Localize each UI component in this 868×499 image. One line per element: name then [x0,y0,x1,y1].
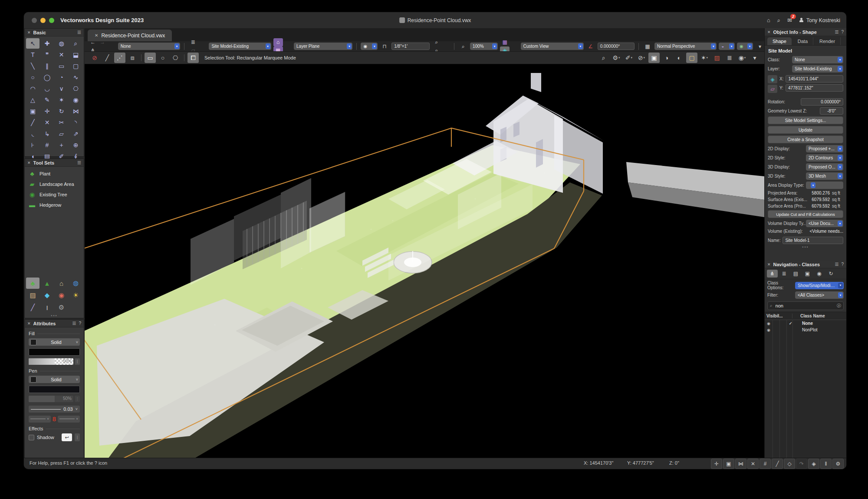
landmark-tools-icon[interactable]: ♣ [26,278,39,289]
snap-loupe-icon[interactable]: ◈ [808,459,819,469]
rotation-angle-field[interactable]: 0.000000° [598,43,635,50]
mail-icon[interactable]: ✉2 [787,17,792,23]
close-palette-icon[interactable]: ✕ [767,30,771,34]
line-start-marker-dropdown[interactable]: ˅ [29,416,51,423]
projection-dropdown[interactable]: Normal Perspective ▾ [654,43,717,50]
palette-resize-handle[interactable]: ••• [25,314,84,318]
rotate-tool-icon[interactable]: ↻ [55,106,68,116]
regular-polygon-tool-icon[interactable]: ⎔ [69,83,82,94]
fit-to-window-icon[interactable]: ▣ [723,459,734,469]
palette-menu-icon[interactable]: ☰ [77,30,81,35]
knife-tool-icon[interactable]: ╱ [26,117,39,128]
filter-dropdown[interactable]: <All Classes> ▾ [795,291,844,299]
layer-scale-field[interactable]: 1/8"=1' [391,43,429,50]
snap-to-edge-icon[interactable]: ◇ [784,459,795,469]
forward-icon[interactable]: → [98,38,107,46]
update-button[interactable]: Update [768,126,843,134]
object-class-dropdown[interactable]: None ▾ [792,56,843,63]
class-search-input[interactable] [775,303,835,309]
line-tool-icon[interactable]: ╲ [26,61,39,71]
chamfer-tool-icon[interactable]: ◟ [26,129,39,139]
site-model-3d-view[interactable] [85,64,765,458]
palette-help-icon[interactable]: ? [841,30,844,34]
clip-cube-icon[interactable]: ▣ [648,53,660,63]
datum-tool-icon[interactable]: + [55,140,68,150]
move-by-points-tool-icon[interactable]: ✛ [40,106,54,116]
flyover-tool-icon[interactable]: ◍ [55,38,68,49]
brush-tool-icon[interactable]: ✎ [40,95,54,105]
close-palette-icon[interactable]: ✕ [27,30,31,35]
text-tool-icon[interactable]: T [26,50,39,60]
contrast-icon[interactable]: ◐ [674,53,685,63]
nav-saved-views-icon[interactable]: ◉ [814,270,825,278]
tab-render[interactable]: Render [814,37,841,45]
pen-opacity-slider[interactable]: 50% [29,396,73,402]
mirror-tool-icon[interactable]: ⋈ [69,106,82,116]
layer-stack-icon[interactable]: ≣ [188,38,198,46]
pause-snapping-icon[interactable]: ‖ [820,459,832,469]
nav-sheet-layers-icon[interactable]: ▤ [790,270,801,278]
irrigation-tools-icon[interactable]: ◆ [40,290,54,301]
drafting-tools-icon[interactable]: ▨ [26,290,39,301]
plan-rotation-icon[interactable]: ▦ [643,42,652,50]
offset-tool-icon[interactable]: ⇗ [69,129,82,139]
close-palette-icon[interactable]: ✕ [27,161,31,165]
drawing-viewport[interactable] [85,64,765,458]
disable-interactive-scaling-icon[interactable]: ⊘ [89,53,100,63]
multiple-object-mode-icon[interactable]: ⋰ [114,53,125,63]
pen-opacity-menu-icon[interactable]: ⋮ [75,396,80,402]
crop-visible-icon[interactable]: ▢ [686,53,697,63]
rotation-field[interactable]: 0.000000° [801,98,843,106]
search-icon[interactable]: ⌕ [777,17,780,24]
fill-style-dropdown[interactable]: Solid ˅ [29,338,80,346]
fit-to-page-icon[interactable]: ⌕ [432,38,441,46]
maximize-window-button[interactable] [49,18,54,23]
rectangular-marquee-mode-icon[interactable]: ▭ [145,53,156,63]
camera-view-icon[interactable]: ◉▾ [736,53,748,63]
trim-tool-icon[interactable]: ✕ [40,117,54,128]
wand-tool-icon[interactable]: ✶ [55,95,68,105]
heliodon-icon[interactable]: ✶▾ [699,53,710,63]
section-plane-icon[interactable]: ▨ [711,53,723,63]
effects-menu-icon[interactable]: ⋮ [75,433,80,441]
callout-tool-icon[interactable]: ❞ [40,50,54,60]
tab-shape[interactable]: Shape [767,37,792,45]
unrestricted-mode-icon[interactable]: ⧈ [127,53,138,63]
snap-to-grid-icon[interactable]: ✕ [747,459,759,469]
nav-classes-icon[interactable]: ⋔ [767,270,778,278]
object-name-field[interactable]: Site Model-1 [783,237,843,244]
create-a-snapshot-button[interactable]: Create a Snapshot [768,135,843,143]
clear-search-icon[interactable]: ⓧ [837,303,841,309]
3d-display-dropdown[interactable]: Proposed O...▾ [806,163,843,171]
push-pull-tool-icon[interactable]: ⬓ [69,50,82,60]
line-end-marker-dropdown[interactable]: ˅ [58,416,80,423]
zoom-line-thickness-icon[interactable]: ⌕ [598,53,609,63]
snapping-settings-icon[interactable]: ⚙ [832,459,844,469]
connect-combine-tool-icon[interactable]: ↳ [40,129,54,139]
close-window-button[interactable] [32,18,37,23]
palette-menu-icon[interactable]: ☰ [835,30,838,34]
spline-tool-icon[interactable]: ◠ [26,83,39,94]
active-layer-dropdown[interactable]: Site Model-Existing ▾ [209,43,271,50]
snap-to-curve-icon[interactable]: ↷ [796,459,807,469]
active-class-dropdown[interactable]: None ▾ [118,43,180,50]
zoom-tool-icon[interactable]: ⌕ [69,38,82,49]
visibility-eye-icon[interactable]: ◉ [765,328,773,332]
minimize-window-button[interactable] [40,18,46,23]
back-icon[interactable]: ← [88,38,98,46]
visibility-eye-icon[interactable]: ◉ [765,321,773,326]
site-model-settings-button[interactable]: Site Model Settings... [768,116,843,124]
dims-notes-tools-icon[interactable]: ╱ [26,302,39,313]
locus-tool-icon[interactable]: ✕ [55,50,68,60]
triangle-tool-icon[interactable]: △ [26,95,39,105]
class-name-column-header[interactable]: Class Name [792,314,825,318]
palette-resize-handle[interactable]: ••• [765,246,846,249]
fill-color-bar[interactable] [29,348,80,356]
class-options-dropdown[interactable]: Show/Snap/Modify O... ▾ [795,282,844,289]
class-name[interactable]: None [794,321,813,326]
object-layer-dropdown[interactable]: Site Model-Existing ▾ [792,65,843,73]
single-object-mode-icon[interactable]: ╱ [102,53,113,63]
snap-grid-icon[interactable]: ▦ [500,38,510,46]
render-teapot-icon[interactable]: ◑ [661,53,672,63]
toolset-item-existing-tree[interactable]: ◉Existing Tree [25,189,84,200]
